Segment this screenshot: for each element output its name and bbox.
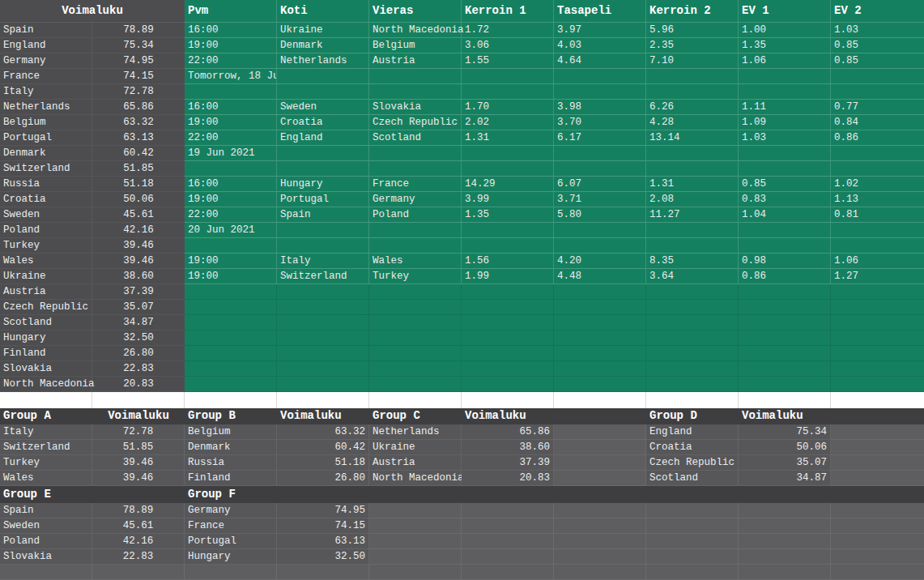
group-header-band: Group AVoimalukuGroup BVoimalukuGroup CV… xyxy=(0,408,924,424)
group-team-name-cell[interactable]: Slovakia xyxy=(0,549,92,565)
group-team-name-cell[interactable]: Finland xyxy=(185,471,277,486)
group-team-name-cell[interactable]: Wales xyxy=(0,471,92,486)
group-row: Turkey39.46Russia51.18Austria37.39Czech … xyxy=(0,455,924,471)
group-team-value-cell[interactable]: 74.15 xyxy=(277,518,369,534)
group-team-name-cell[interactable]: Germany xyxy=(185,503,277,518)
empty-cell xyxy=(462,565,554,580)
group-team-value-cell[interactable]: 65.86 xyxy=(462,424,554,440)
group-team-value-cell[interactable]: 39.46 xyxy=(92,455,185,471)
group-value-header-cell[interactable]: Voimaluku xyxy=(92,408,185,424)
empty-cell xyxy=(554,440,646,455)
group-label-cell[interactable]: Group B xyxy=(185,408,277,424)
group-row: Italy72.78Belgium63.32Netherlands65.86En… xyxy=(0,424,924,440)
group-label-cell[interactable]: Group E xyxy=(0,486,92,503)
group-team-name-cell[interactable]: Switzerland xyxy=(0,440,92,455)
empty-cell xyxy=(462,486,554,503)
empty-cell xyxy=(554,518,646,534)
group-team-name-cell[interactable]: Scotland xyxy=(646,471,739,486)
group-team-name-cell[interactable]: Ukraine xyxy=(369,440,462,455)
empty-cell xyxy=(554,565,646,580)
group-team-value-cell[interactable]: 75.34 xyxy=(739,424,831,440)
group-team-name-cell[interactable]: Hungary xyxy=(185,549,277,565)
spreadsheet: Voimaluku Spain78.89England75.34Germany7… xyxy=(0,0,924,580)
empty-cell xyxy=(277,565,369,580)
group-team-name-cell[interactable]: Croatia xyxy=(646,440,739,455)
group-label-cell[interactable]: Group D xyxy=(646,408,739,424)
empty-cell xyxy=(185,565,277,580)
group-team-name-cell[interactable]: Denmark xyxy=(185,440,277,455)
empty-cell xyxy=(277,486,369,503)
group-label-cell[interactable]: Group A xyxy=(0,408,92,424)
group-row: Sweden45.61France74.15 xyxy=(0,518,924,534)
group-label-cell[interactable]: Group F xyxy=(185,486,277,503)
group-team-value-cell[interactable]: 22.83 xyxy=(92,549,185,565)
group-team-name-cell[interactable]: Turkey xyxy=(0,455,92,471)
group-team-value-cell[interactable]: 26.80 xyxy=(277,471,369,486)
group-team-value-cell[interactable]: 50.06 xyxy=(739,440,831,455)
empty-cell xyxy=(646,503,739,518)
group-team-value-cell[interactable]: 39.46 xyxy=(92,471,185,486)
group-team-value-cell[interactable]: 20.83 xyxy=(462,471,554,486)
group-team-name-cell[interactable]: Sweden xyxy=(0,518,92,534)
group-team-value-cell[interactable]: 63.13 xyxy=(277,534,369,549)
empty-cell xyxy=(739,565,831,580)
empty-cell xyxy=(92,565,185,580)
group-team-name-cell[interactable]: Poland xyxy=(0,534,92,549)
empty-cell xyxy=(831,408,924,424)
group-value-header-cell[interactable]: Voimaluku xyxy=(277,408,369,424)
group-team-value-cell[interactable]: 74.95 xyxy=(277,503,369,518)
empty-cell xyxy=(554,549,646,565)
empty-cell xyxy=(831,534,924,549)
group-team-value-cell[interactable]: 34.87 xyxy=(739,471,831,486)
group-team-value-cell[interactable]: 72.78 xyxy=(92,424,185,440)
empty-cell xyxy=(554,471,646,486)
group-team-value-cell[interactable]: 32.50 xyxy=(277,549,369,565)
group-team-name-cell[interactable]: Czech Republic xyxy=(646,455,739,471)
group-team-name-cell[interactable]: Netherlands xyxy=(369,424,462,440)
group-team-value-cell[interactable]: 60.42 xyxy=(277,440,369,455)
group-team-value-cell[interactable]: 37.39 xyxy=(462,455,554,471)
group-team-name-cell[interactable]: Belgium xyxy=(185,424,277,440)
empty-cell xyxy=(831,455,924,471)
empty-cell xyxy=(831,440,924,455)
group-team-name-cell[interactable]: Portugal xyxy=(185,534,277,549)
group-team-name-cell[interactable]: Italy xyxy=(0,424,92,440)
group-value-header-cell[interactable]: Voimaluku xyxy=(739,408,831,424)
group-team-name-cell[interactable]: North Macedonia xyxy=(369,471,462,486)
group-row: Spain78.89Germany74.95 xyxy=(0,503,924,518)
empty-cell xyxy=(831,518,924,534)
empty-cell xyxy=(646,518,739,534)
empty-cell xyxy=(462,534,554,549)
empty-cell xyxy=(462,518,554,534)
empty-cell xyxy=(369,549,462,565)
group-team-value-cell[interactable]: 38.60 xyxy=(462,440,554,455)
group-team-value-cell[interactable]: 78.89 xyxy=(92,503,185,518)
group-value-header-cell[interactable]: Voimaluku xyxy=(462,408,554,424)
group-team-name-cell[interactable]: France xyxy=(185,518,277,534)
group-row: Wales39.46Finland26.80North Macedonia20.… xyxy=(0,471,924,486)
empty-cell xyxy=(739,518,831,534)
group-team-name-cell[interactable]: England xyxy=(646,424,739,440)
group-team-value-cell[interactable]: 63.32 xyxy=(277,424,369,440)
empty-cell xyxy=(831,471,924,486)
group-team-name-cell[interactable]: Russia xyxy=(185,455,277,471)
group-team-value-cell[interactable]: 45.61 xyxy=(92,518,185,534)
group-team-value-cell[interactable]: 51.18 xyxy=(277,455,369,471)
empty-cell xyxy=(92,486,185,503)
empty-cell xyxy=(369,518,462,534)
empty-cell xyxy=(554,503,646,518)
group-header-band: Group EGroup F xyxy=(0,486,924,503)
group-team-value-cell[interactable]: 35.07 xyxy=(739,455,831,471)
empty-cell xyxy=(554,424,646,440)
group-team-value-cell[interactable]: 51.85 xyxy=(92,440,185,455)
group-row: Switzerland51.85Denmark60.42Ukraine38.60… xyxy=(0,440,924,455)
group-label-cell[interactable]: Group C xyxy=(369,408,462,424)
group-team-name-cell[interactable]: Spain xyxy=(0,503,92,518)
group-team-name-cell[interactable]: Austria xyxy=(369,455,462,471)
empty-cell xyxy=(369,486,462,503)
empty-cell xyxy=(646,565,739,580)
empty-cell xyxy=(739,486,831,503)
empty-cell xyxy=(831,565,924,580)
group-team-value-cell[interactable]: 42.16 xyxy=(92,534,185,549)
empty-cell xyxy=(554,455,646,471)
